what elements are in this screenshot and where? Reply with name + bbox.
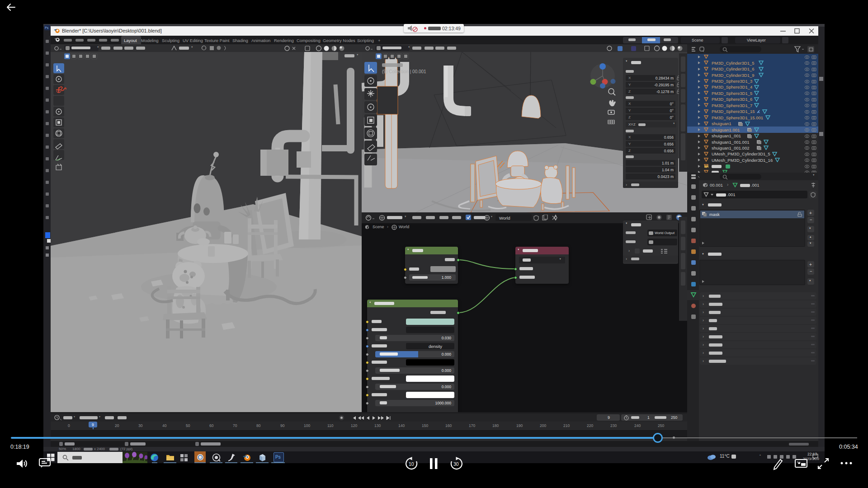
svg-text:10: 10 [409, 461, 414, 467]
svg-text:30: 30 [453, 461, 459, 467]
